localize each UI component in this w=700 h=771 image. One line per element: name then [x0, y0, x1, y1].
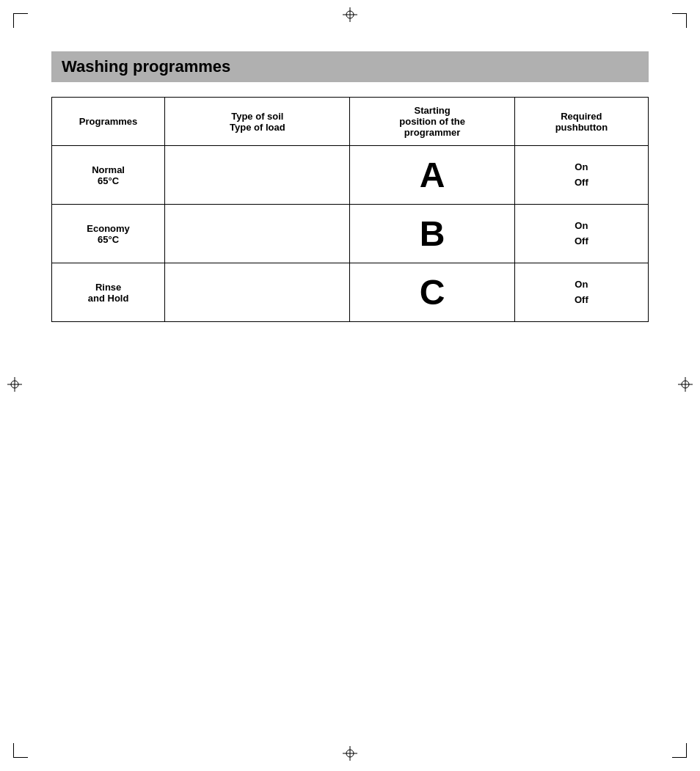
page-content: Washing programmes Programmes Type of so… — [51, 51, 649, 322]
soil-2 — [165, 205, 350, 263]
position-1: A — [350, 146, 514, 205]
position-2: B — [350, 205, 514, 263]
soil-3 — [165, 263, 350, 322]
table-row: Economy65°C B OnOff — [52, 205, 649, 263]
header-pushbutton: Requiredpushbutton — [514, 98, 648, 146]
programme-name-3: Rinseand Hold — [52, 263, 165, 322]
table-header-row: Programmes Type of soilType of load Star… — [52, 98, 649, 146]
soil-1 — [165, 146, 350, 205]
programme-name-2: Economy65°C — [52, 205, 165, 263]
crosshair-top — [343, 7, 357, 25]
pushbutton-3: OnOff — [514, 263, 648, 322]
pushbutton-2: OnOff — [514, 205, 648, 263]
programmes-table: Programmes Type of soilType of load Star… — [51, 97, 649, 322]
crosshair-bottom — [343, 746, 357, 764]
crosshair-left — [7, 377, 22, 395]
header-soil: Type of soilType of load — [165, 98, 350, 146]
section-title: Washing programmes — [51, 51, 649, 82]
header-programmes: Programmes — [52, 98, 165, 146]
header-position: Startingposition of theprogrammer — [350, 98, 514, 146]
crosshair-right — [678, 377, 693, 395]
pushbutton-1: OnOff — [514, 146, 648, 205]
table-row: Normal65°C A OnOff — [52, 146, 649, 205]
programme-name-1: Normal65°C — [52, 146, 165, 205]
position-3: C — [350, 263, 514, 322]
table-row: Rinseand Hold C OnOff — [52, 263, 649, 322]
